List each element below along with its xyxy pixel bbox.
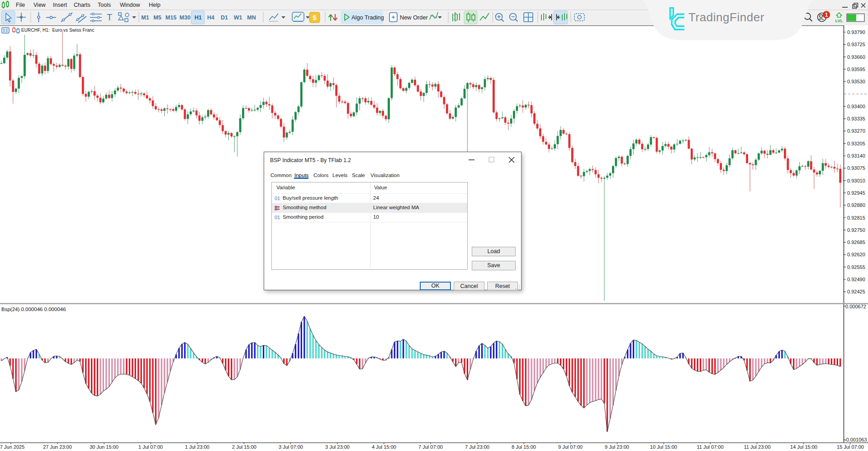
svg-text:-0.001063: -0.001063	[844, 437, 867, 442]
svg-text:0.93660: 0.93660	[847, 54, 865, 60]
svg-text:7 Jul 07:00: 7 Jul 07:00	[418, 444, 443, 450]
svg-text:0.93725: 0.93725	[847, 42, 865, 47]
svg-text:0.92555: 0.92555	[847, 264, 865, 270]
svg-text:3 Jul 07:00: 3 Jul 07:00	[279, 444, 303, 450]
svg-text:0.93075: 0.93075	[847, 165, 865, 171]
svg-text:4 Jul 15:00: 4 Jul 15:00	[372, 444, 396, 450]
svg-text:0.93140: 0.93140	[847, 153, 865, 158]
svg-text:H4: H4	[207, 14, 214, 21]
svg-text:New Order: New Order	[400, 14, 428, 21]
svg-text:M1: M1	[141, 14, 149, 21]
svg-text:0.92685: 0.92685	[847, 240, 865, 245]
svg-text:11 Jul 23:00: 11 Jul 23:00	[744, 444, 770, 450]
svg-text:11 Jul 07:00: 11 Jul 07:00	[697, 444, 723, 450]
svg-text:T: T	[107, 12, 112, 22]
svg-text:15 Jul 07:00: 15 Jul 07:00	[837, 444, 864, 450]
svg-text:0.92880: 0.92880	[847, 202, 865, 208]
svg-text:M30: M30	[180, 14, 190, 21]
svg-text:D1: D1	[221, 14, 228, 21]
svg-text:0.92620: 0.92620	[847, 252, 865, 257]
svg-text:1 Jul 23:00: 1 Jul 23:00	[185, 444, 209, 450]
svg-text:H1: H1	[194, 14, 202, 21]
svg-text:0.93010: 0.93010	[847, 178, 865, 183]
svg-text:27 Jun 2025: 27 Jun 2025	[0, 444, 24, 450]
svg-text:14 Jul 15:00: 14 Jul 15:00	[790, 444, 817, 450]
svg-text:10 Jul 15:00: 10 Jul 15:00	[650, 444, 677, 450]
svg-text:MN: MN	[247, 14, 256, 21]
svg-text:7 Jul 23:00: 7 Jul 23:00	[465, 444, 489, 450]
svg-text:30 Jun 15:00: 30 Jun 15:00	[90, 444, 119, 450]
svg-text:0.93530: 0.93530	[847, 79, 865, 84]
svg-text:$: $	[313, 14, 317, 21]
svg-text:0.92945: 0.92945	[847, 190, 865, 196]
svg-text:1 Jul 07:00: 1 Jul 07:00	[138, 444, 163, 450]
svg-text:LVL: LVL	[835, 18, 843, 23]
svg-text:2 Jul 15:00: 2 Jul 15:00	[232, 444, 256, 450]
svg-text:W1: W1	[234, 14, 242, 21]
svg-text:0.000672: 0.000672	[845, 304, 866, 309]
svg-text:9 Jul 23:00: 9 Jul 23:00	[605, 444, 629, 450]
svg-text:0.93595: 0.93595	[847, 67, 865, 72]
svg-text:Algo Trading: Algo Trading	[351, 14, 384, 21]
svg-text:8 Jul 15:00: 8 Jul 15:00	[512, 444, 536, 450]
svg-text:0.93270: 0.93270	[847, 128, 865, 134]
svg-text:M15: M15	[166, 14, 176, 21]
svg-text:0.93205: 0.93205	[847, 141, 865, 146]
svg-text:M5: M5	[153, 14, 161, 21]
svg-text:9 Jul 07:00: 9 Jul 07:00	[558, 444, 583, 450]
svg-text:0.93335: 0.93335	[847, 116, 865, 121]
svg-text:TradingFinder: TradingFinder	[688, 10, 764, 24]
svg-text:0.93400: 0.93400	[847, 104, 865, 109]
svg-text:0.92815: 0.92815	[847, 215, 865, 221]
svg-text:0.92425: 0.92425	[847, 289, 865, 294]
svg-text:Bsp(24) 0.000046 0.000046: Bsp(24) 0.000046 0.000046	[1, 307, 66, 312]
svg-text:3 Jul 23:00: 3 Jul 23:00	[325, 444, 350, 450]
svg-text:0.92490: 0.92490	[847, 277, 865, 282]
svg-text:0.92750: 0.92750	[847, 227, 865, 233]
svg-text:27 Jun 23:00: 27 Jun 23:00	[43, 444, 72, 450]
